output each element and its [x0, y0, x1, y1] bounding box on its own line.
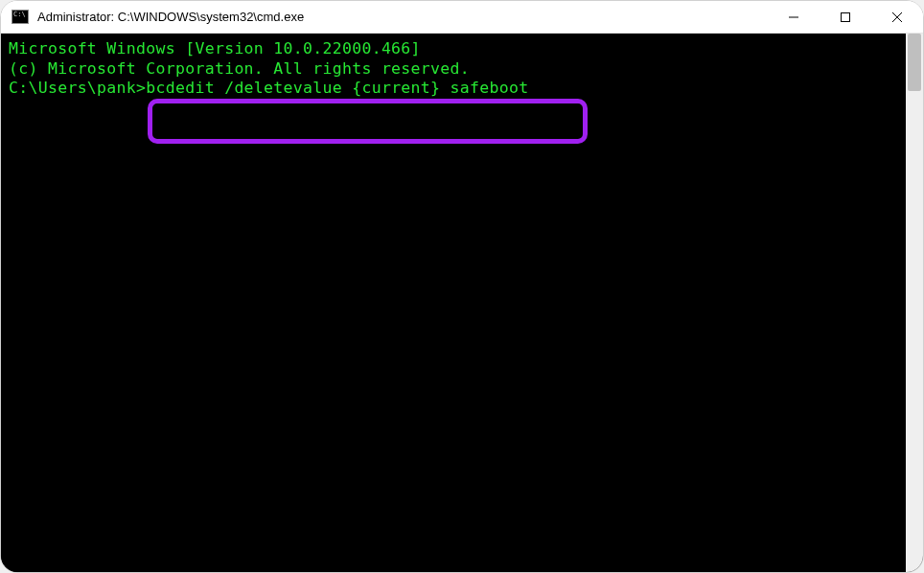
prompt-line: C:\Users\pank>bcdedit /deletevalue {curr… — [9, 79, 898, 99]
prompt-path: C:\Users\pank> — [9, 79, 146, 97]
window-title: Administrator: C:\WINDOWS\system32\cmd.e… — [37, 10, 768, 24]
cmd-window: Administrator: C:\WINDOWS\system32\cmd.e… — [0, 0, 924, 573]
output-line: (c) Microsoft Corporation. All rights re… — [9, 59, 898, 80]
terminal-area: Microsoft Windows [Version 10.0.22000.46… — [1, 34, 923, 572]
scrollbar-track[interactable] — [906, 34, 923, 572]
close-button[interactable] — [871, 1, 923, 33]
cmd-icon — [12, 10, 29, 24]
maximize-button[interactable] — [820, 1, 871, 33]
typed-command: bcdedit /deletevalue {current} safeboot — [146, 79, 528, 97]
scrollbar-thumb[interactable] — [908, 34, 921, 91]
titlebar[interactable]: Administrator: C:\WINDOWS\system32\cmd.e… — [1, 1, 923, 34]
svg-rect-1 — [842, 12, 850, 21]
minimize-icon — [788, 11, 799, 23]
maximize-icon — [840, 11, 851, 23]
close-icon — [891, 11, 903, 23]
window-controls — [768, 1, 923, 33]
minimize-button[interactable] — [768, 1, 820, 33]
output-line: Microsoft Windows [Version 10.0.22000.46… — [9, 39, 898, 59]
terminal-output[interactable]: Microsoft Windows [Version 10.0.22000.46… — [1, 34, 906, 572]
